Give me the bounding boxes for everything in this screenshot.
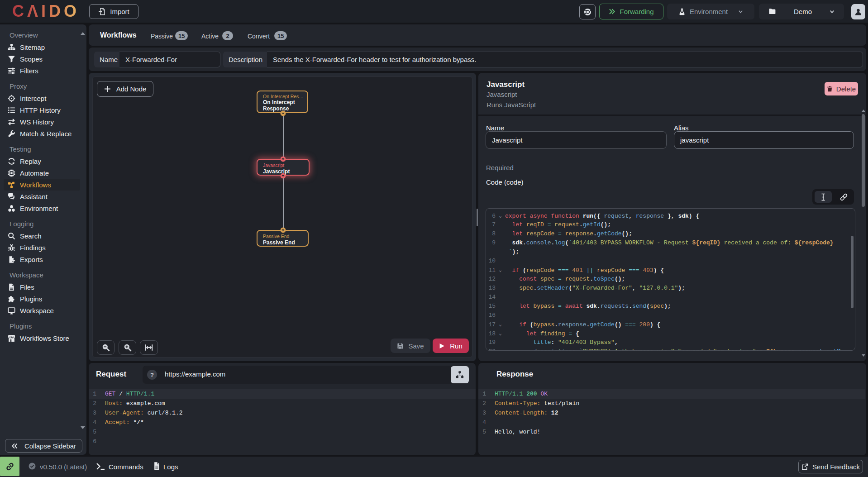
- svg-text:?: ?: [150, 372, 154, 378]
